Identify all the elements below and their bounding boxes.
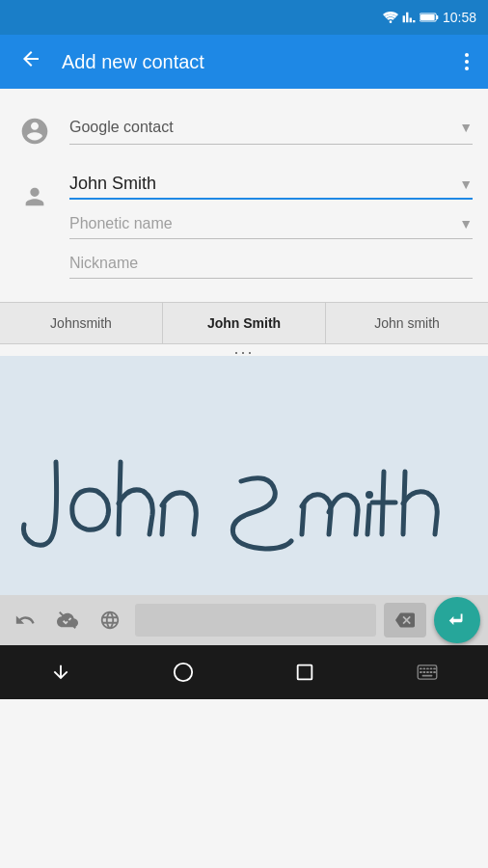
svg-rect-19 — [421, 675, 432, 677]
svg-point-4 — [366, 491, 373, 499]
phonetic-placeholder: Phonetic name — [69, 215, 451, 232]
svg-rect-16 — [426, 671, 429, 673]
svg-rect-2 — [436, 15, 438, 19]
delete-button[interactable] — [384, 603, 426, 637]
svg-point-6 — [175, 664, 192, 681]
nav-recents-button[interactable] — [286, 654, 323, 691]
svg-rect-10 — [422, 668, 425, 670]
account-icon — [15, 112, 54, 150]
nav-back-icon — [50, 662, 71, 683]
nav-bar — [0, 645, 488, 699]
signal-icon — [402, 11, 416, 24]
svg-rect-12 — [429, 668, 432, 670]
name-input[interactable] — [69, 174, 451, 194]
nav-recents-icon — [294, 662, 315, 683]
svg-rect-9 — [420, 668, 422, 670]
more-dot-2 — [465, 60, 469, 64]
svg-rect-11 — [426, 668, 429, 670]
phonetic-row: Phonetic name ▼ — [69, 215, 473, 239]
app-bar: Add new contact — [0, 35, 488, 89]
suggestion-item-1[interactable]: John Smith — [163, 303, 326, 343]
account-dropdown-arrow: ▼ — [459, 120, 473, 135]
nav-keyboard-icon — [417, 665, 438, 680]
nickname-placeholder: Nickname — [69, 255, 138, 271]
svg-rect-3 — [420, 14, 435, 20]
back-button[interactable] — [15, 43, 46, 80]
nav-keyboard-button[interactable] — [409, 657, 446, 688]
spacebar[interactable] — [135, 604, 376, 637]
suggestion-item-0[interactable]: Johnsmith — [0, 303, 163, 343]
svg-rect-17 — [429, 671, 432, 673]
svg-rect-14 — [420, 671, 422, 673]
svg-rect-13 — [433, 668, 436, 670]
keyboard-toolbar — [0, 595, 488, 645]
more-dot-1 — [465, 53, 469, 57]
svg-rect-7 — [298, 665, 312, 680]
phonetic-expand-arrow[interactable]: ▼ — [459, 216, 473, 231]
svg-point-0 — [390, 20, 393, 23]
more-dot-3 — [465, 67, 469, 70]
undo-button[interactable] — [8, 603, 42, 637]
handwriting-canvas[interactable] — [0, 356, 488, 595]
nav-home-icon — [173, 662, 194, 683]
more-options-button[interactable] — [461, 49, 473, 74]
enter-button[interactable] — [434, 597, 480, 643]
mode-toggle-button[interactable] — [50, 603, 85, 637]
battery-icon — [420, 12, 439, 23]
form-area: Google contact ▼ ▼ Phonetic name ▼ Nickn… — [0, 89, 488, 302]
suggestion-item-2[interactable]: John smith — [326, 303, 488, 343]
nav-home-button[interactable] — [165, 654, 202, 691]
name-fields: ▼ Phonetic name ▼ Nickname — [69, 174, 473, 279]
status-bar: 10:58 — [0, 0, 488, 35]
status-icons: 10:58 — [383, 10, 476, 25]
nickname-row: Nickname — [69, 255, 473, 279]
language-button[interactable] — [93, 603, 127, 637]
account-label: Google contact — [69, 119, 174, 136]
name-expand-arrow[interactable]: ▼ — [459, 176, 473, 192]
svg-rect-18 — [433, 671, 436, 673]
nav-back-button[interactable] — [42, 654, 79, 691]
svg-rect-15 — [422, 671, 425, 673]
person-icon — [15, 174, 54, 212]
handwriting-area[interactable] — [0, 356, 488, 595]
name-input-row: ▼ — [69, 174, 473, 200]
page-title: Add new contact — [62, 51, 446, 73]
wifi-icon — [383, 12, 398, 23]
account-select-container[interactable]: Google contact ▼ — [69, 119, 473, 145]
status-time: 10:58 — [443, 10, 476, 25]
name-row: ▼ Phonetic name ▼ Nickname — [0, 166, 488, 286]
account-row: Google contact ▼ — [0, 104, 488, 158]
